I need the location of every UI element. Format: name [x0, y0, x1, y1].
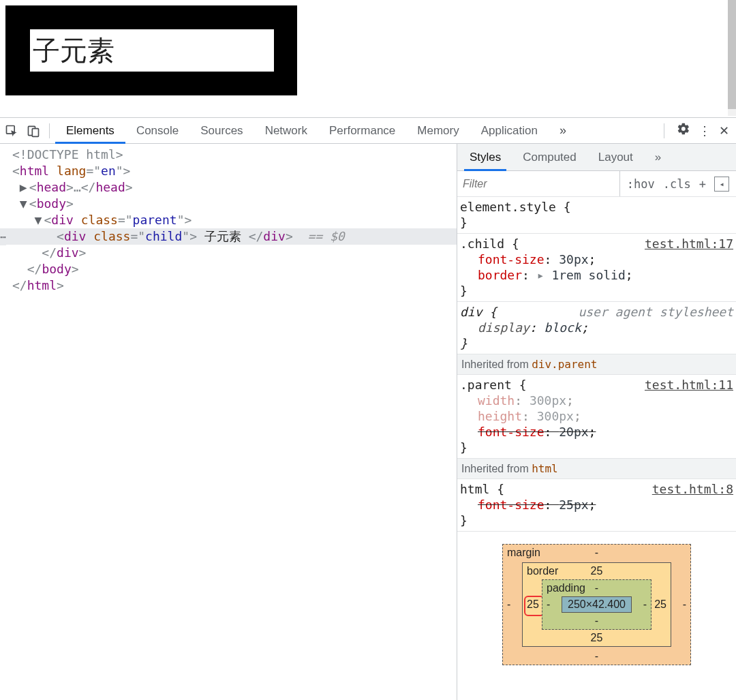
tab-sources[interactable]: Sources [189, 118, 254, 143]
tabs-overflow-icon[interactable]: » [549, 118, 577, 143]
styles-filter-row: :hov .cls + ◂ [457, 171, 736, 197]
dom-tree-panel[interactable]: <!DOCTYPE html> <html lang="en"> ▶<head>… [0, 144, 457, 700]
toolbar-divider [49, 123, 50, 138]
subtab-layout[interactable]: Layout [589, 144, 643, 170]
dom-line-child-selected[interactable]: ⋯ <div class="child"> 子元素 </div> == $0 [0, 228, 457, 245]
bm-margin-bottom: - [595, 650, 598, 663]
styles-rules-list: element.style { } .child { test.html:17 … [457, 197, 736, 532]
rule-div-ua[interactable]: div { user agent stylesheet display: blo… [457, 302, 736, 354]
bm-border-label: border [527, 565, 558, 577]
styles-subtabs: Styles Computed Layout » [457, 144, 736, 171]
rule-child[interactable]: .child { test.html:17 font-size: 30px; b… [457, 234, 736, 302]
bm-margin-top: - [595, 547, 598, 559]
sidebar-toggle-icon[interactable]: ◂ [714, 177, 729, 192]
source-link[interactable]: test.html:17 [645, 236, 733, 252]
rule-html[interactable]: html { test.html:8 font-size: 25px; } [457, 479, 736, 532]
box-model-margin: margin - - - - border 25 25 25 25 paddin… [502, 544, 691, 665]
dom-line-parent-close[interactable]: </div> [0, 245, 457, 261]
box-model-border: border 25 25 25 25 padding - - - - 250×4… [522, 562, 671, 647]
tab-network[interactable]: Network [254, 118, 318, 143]
styles-filter-input[interactable] [457, 171, 620, 196]
tab-memory[interactable]: Memory [406, 118, 470, 143]
page-scrollbar-thumb[interactable] [728, 0, 736, 109]
dom-line-html-close[interactable]: </html> [0, 277, 457, 294]
bm-border-left: 25 [527, 598, 539, 611]
preview-parent-box: 子元素 [5, 5, 297, 95]
dom-line-body-close[interactable]: </body> [0, 261, 457, 277]
bm-margin-left: - [507, 598, 510, 611]
dom-line-doctype[interactable]: <!DOCTYPE html> [0, 147, 457, 163]
bm-margin-label: margin [507, 547, 540, 559]
subtab-styles[interactable]: Styles [460, 144, 510, 170]
inherited-from-parent: Inherited from div.parent [457, 354, 736, 375]
devtools-toolbar: Elements Console Sources Network Perform… [0, 118, 736, 144]
page-preview: 子元素 [0, 0, 736, 101]
box-model-diagram[interactable]: margin - - - - border 25 25 25 25 paddin… [457, 532, 736, 668]
bm-padding-label: padding [547, 582, 585, 594]
close-icon[interactable]: ✕ [719, 123, 729, 138]
page-scrollbar[interactable] [728, 0, 736, 116]
bm-padding-right: - [643, 598, 647, 611]
hov-button[interactable]: :hov [627, 177, 655, 191]
devtools-panel: Elements Console Sources Network Perform… [0, 117, 736, 700]
bm-border-top: 25 [591, 565, 603, 577]
toolbar-divider [664, 123, 664, 138]
source-link[interactable]: test.html:8 [652, 481, 733, 497]
dom-line-html-open[interactable]: <html lang="en"> [0, 163, 457, 179]
new-rule-button[interactable]: + [699, 177, 706, 191]
bm-margin-right: - [683, 598, 686, 611]
bm-padding-left: - [547, 598, 550, 611]
inspect-icon[interactable] [1, 121, 22, 141]
subtab-computed[interactable]: Computed [513, 144, 585, 170]
tab-elements[interactable]: Elements [55, 118, 125, 143]
bm-padding-bottom: - [595, 615, 598, 627]
source-ua: user agent stylesheet [578, 304, 733, 320]
inherited-from-html: Inherited from html [457, 459, 736, 479]
toolbar-right-group: ⋮ ✕ [660, 122, 735, 139]
devtools-tabs: Elements Console Sources Network Perform… [55, 118, 577, 143]
device-toggle-icon[interactable] [23, 121, 44, 141]
subtabs-overflow-icon[interactable]: » [645, 144, 671, 170]
preview-child-box: 子元素 [30, 29, 274, 72]
settings-icon[interactable] [677, 122, 690, 139]
box-model-padding: padding - - - - 250×42.400 [542, 579, 651, 630]
source-link[interactable]: test.html:11 [645, 377, 733, 393]
devtools-split: <!DOCTYPE html> <html lang="en"> ▶<head>… [0, 144, 736, 700]
styles-panel: Styles Computed Layout » :hov .cls + ◂ e… [457, 144, 736, 700]
tab-application[interactable]: Application [470, 118, 549, 143]
tab-performance[interactable]: Performance [318, 118, 406, 143]
more-icon[interactable]: ⋮ [699, 123, 711, 138]
dom-line-head[interactable]: ▶<head>…</head> [0, 179, 457, 196]
dom-line-body-open[interactable]: ▼<body> [0, 196, 457, 212]
dom-line-parent-open[interactable]: ▼<div class="parent"> [0, 212, 457, 228]
rule-element-style[interactable]: element.style { } [457, 197, 736, 234]
box-model-content: 250×42.400 [562, 596, 632, 613]
cls-button[interactable]: .cls [663, 177, 691, 191]
bm-border-right: 25 [654, 598, 666, 611]
bm-padding-top: - [595, 582, 598, 594]
styles-filter-buttons: :hov .cls + ◂ [620, 177, 736, 192]
bm-border-bottom: 25 [591, 632, 603, 644]
tab-console[interactable]: Console [125, 118, 189, 143]
rule-parent[interactable]: .parent { test.html:11 width: 300px; hei… [457, 375, 736, 459]
svg-rect-2 [32, 128, 38, 136]
